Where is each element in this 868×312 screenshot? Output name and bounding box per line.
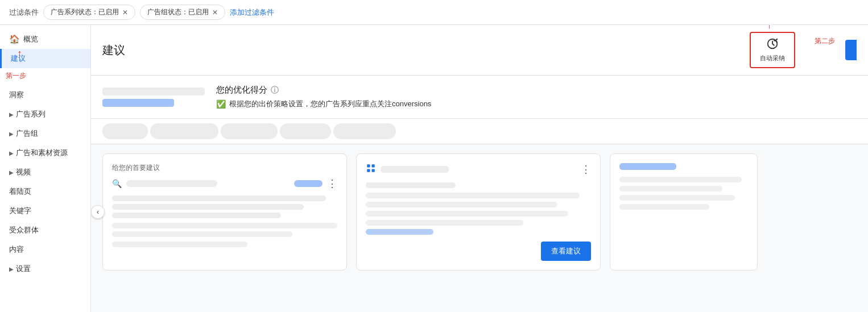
tab-blur-1[interactable] <box>102 123 148 139</box>
partial-right-btn <box>845 40 857 60</box>
card3-title-blur <box>619 163 676 170</box>
view-recommendations-button[interactable]: 查看建议 <box>541 242 591 261</box>
nav-chevron-left[interactable]: ‹ <box>91 205 105 219</box>
cards-wrapper: ‹ 给您的首要建议 🔍 ⋮ <box>91 144 868 280</box>
card-last-line <box>112 242 247 247</box>
search-text-blur <box>126 180 217 187</box>
score-description: ✅ 根据您的出价策略设置，您的广告系列应重点关注conversions <box>216 99 857 109</box>
sidebar-item-videos[interactable]: ▶ 视频 <box>0 163 90 182</box>
sidebar-item-overview[interactable]: 🏠 概览 <box>0 30 90 49</box>
score-info: 您的优化得分 ⓘ ✅ 根据您的出价策略设置，您的广告系列应重点关注convers… <box>216 85 857 109</box>
card-content-lines-1 <box>112 195 337 218</box>
chip-close-icon[interactable]: ✕ <box>122 9 128 16</box>
tab-blur-3[interactable] <box>221 123 278 139</box>
header-actions: 自动采纳 ↑ 第二步 <box>750 32 857 68</box>
sidebar-item-audience[interactable]: 受众群体 <box>0 221 90 240</box>
card-section-title: 给您的首要建议 <box>112 163 337 173</box>
sidebar-item-landing[interactable]: 着陆页 <box>0 182 90 201</box>
card3-content-lines <box>619 177 748 210</box>
step1-arrow: ↑ <box>17 48 22 60</box>
search-icon: 🔍 <box>112 179 122 188</box>
add-filter-button[interactable]: 添加过滤条件 <box>230 7 274 18</box>
help-icon[interactable]: ⓘ <box>271 85 279 95</box>
card-title-section-2 <box>366 163 449 176</box>
tab-blur-2[interactable] <box>150 123 218 139</box>
card-third-partial <box>610 153 758 271</box>
svg-rect-3 <box>367 169 370 172</box>
step2-label: 第二步 <box>815 36 835 46</box>
cards-grid: 给您的首要建议 🔍 ⋮ <box>91 144 868 280</box>
filter-bar: 过滤条件 广告系列状态：已启用 ✕ 广告组状态：已启用 ✕ 添加过滤条件 <box>0 0 868 25</box>
card2-line-tag <box>366 182 456 188</box>
auto-adopt-icon <box>766 38 779 53</box>
chevron-settings-icon: ▶ <box>9 266 14 272</box>
card-footer-2: 查看建议 <box>366 242 591 261</box>
score-section: 您的优化得分 ⓘ ✅ 根据您的出价策略设置，您的广告系列应重点关注convers… <box>91 76 868 119</box>
sidebar-item-assets[interactable]: ▶ 广告和素材资源 <box>0 143 90 163</box>
card-header-3 <box>619 163 748 170</box>
sidebar: 🏠 概览 建议 ↑ 第一步 洞察 ▶ 广告系列 ▶ 广告组 ▶ <box>0 25 91 312</box>
search-tag-blur <box>294 180 323 187</box>
sidebar-item-insights[interactable]: 洞察 <box>0 85 90 105</box>
svg-rect-2 <box>372 164 375 167</box>
sidebar-item-keywords[interactable]: 关键字 <box>0 201 90 221</box>
content-area: 建议 自动采纳 <box>91 25 868 312</box>
score-title: 您的优化得分 ⓘ <box>216 85 857 95</box>
sidebar-item-content[interactable]: 内容 <box>0 240 90 259</box>
chevron-campaigns-icon: ▶ <box>9 111 14 118</box>
card-content-lines-2 <box>112 223 337 237</box>
sidebar-item-settings[interactable]: ▶ 设置 <box>0 259 90 278</box>
home-icon: 🏠 <box>9 34 20 44</box>
tab-blur-4[interactable] <box>280 123 331 139</box>
chip-close-icon-2[interactable]: ✕ <box>212 9 218 16</box>
auto-adopt-button[interactable]: 自动采纳 <box>750 32 795 68</box>
auto-adopt-label: 自动采纳 <box>760 54 785 63</box>
chevron-assets-icon: ▶ <box>9 150 14 156</box>
filter-chip-adgroup[interactable]: 广告组状态：已启用 ✕ <box>140 5 225 20</box>
card2-content-lines <box>366 193 591 235</box>
card-main-recommendations: 给您的首要建议 🔍 ⋮ <box>102 153 347 271</box>
step1-label: 第一步 <box>6 71 26 81</box>
filter-chip-campaign[interactable]: 广告系列状态：已启用 ✕ <box>43 5 135 20</box>
card-menu-icon-1[interactable]: ⋮ <box>327 177 337 190</box>
card-second: ⋮ 查看建议 <box>356 153 601 271</box>
sidebar-item-recommendations[interactable]: 建议 <box>0 49 90 68</box>
svg-rect-1 <box>367 164 370 167</box>
card-icon-2 <box>366 163 376 176</box>
sidebar-item-adgroups[interactable]: ▶ 广告组 <box>0 124 90 143</box>
card-menu-icon-2[interactable]: ⋮ <box>581 163 591 176</box>
main-layout: 🏠 概览 建议 ↑ 第一步 洞察 ▶ 广告系列 ▶ 广告组 ▶ <box>0 25 868 312</box>
card-header-2: ⋮ <box>366 163 591 176</box>
content-header: 建议 自动采纳 <box>91 25 868 76</box>
step2-arrow: ↑ <box>767 25 772 31</box>
card-title-blur-2 <box>381 166 449 173</box>
page-title: 建议 <box>102 43 125 58</box>
sidebar-item-campaigns[interactable]: ▶ 广告系列 <box>0 105 90 124</box>
chevron-adgroups-icon: ▶ <box>9 131 14 137</box>
score-row: 您的优化得分 ⓘ ✅ 根据您的出价策略设置，您的广告系列应重点关注convers… <box>102 85 857 109</box>
score-bar-blur-1 <box>102 88 205 95</box>
tab-blur-5[interactable] <box>333 123 396 139</box>
score-visual-container <box>102 88 205 107</box>
filter-label: 过滤条件 <box>9 7 39 18</box>
check-circle-icon: ✅ <box>216 99 226 109</box>
svg-rect-4 <box>372 169 375 172</box>
search-row: 🔍 ⋮ <box>112 177 337 190</box>
score-bar-blur-2 <box>102 99 174 107</box>
chevron-videos-icon: ▶ <box>9 169 14 176</box>
tab-row <box>91 119 868 144</box>
